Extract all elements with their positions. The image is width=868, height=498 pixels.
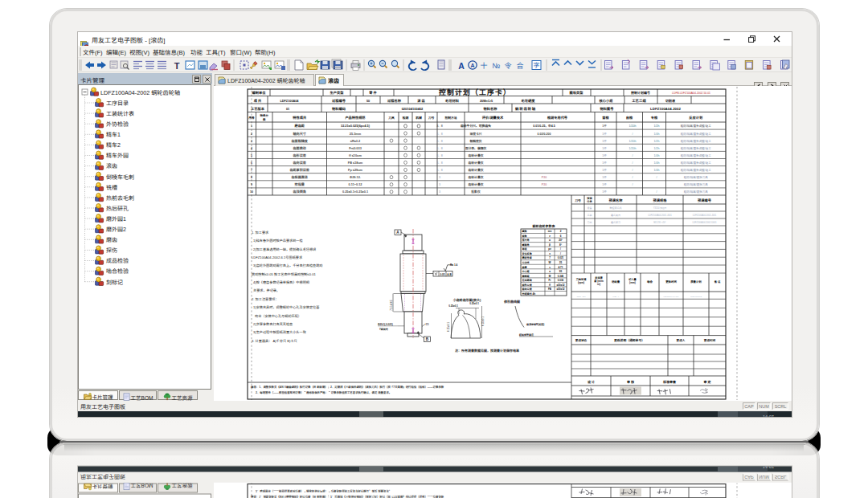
svg-text:啮合: 啮合: [647, 280, 653, 284]
svg-text:/: /: [560, 247, 561, 251]
svg-text:7级抛光: 7级抛光: [379, 328, 388, 331]
svg-text:2)加工基准选用统一轴，提前确认毛坯标识: 2)加工基准选用统一轴，提前确认毛坯标识: [253, 247, 316, 251]
svg-text:6: 6: [560, 234, 562, 238]
svg-text:粗防/隔离/重新调整/返工: 粗防/隔离/重新调整/返工: [681, 161, 711, 165]
svg-text:齿轮计量仪: 齿轮计量仪: [469, 168, 484, 172]
svg-text:精车2: 精车2: [106, 141, 121, 149]
svg-text:1件: 1件: [602, 182, 607, 186]
svg-text:≤Ra3.2: ≤Ra3.2: [350, 139, 360, 143]
svg-text:控制计划编号: 控制计划编号: [631, 90, 650, 95]
svg-text:Φ29.1(-0.021): Φ29.1(-0.021): [378, 323, 393, 326]
svg-text:4: 4: [251, 146, 252, 150]
svg-text:齿轮计量仪: 齿轮计量仪: [469, 153, 484, 157]
svg-text:热前去毛刺: 热前去毛刺: [106, 194, 134, 202]
svg-text:LDFZ100A04-2002-J001: LDFZ100A04-2002-J001: [648, 214, 672, 217]
svg-text:x: x: [549, 251, 551, 255]
svg-text:特性项目: 特性项目: [293, 115, 306, 120]
svg-text:毛坯材料: 毛坯材料: [445, 98, 460, 103]
svg-text:2)步骤参数表打表天天检查: 2)步骤参数表打表天天检查: [253, 321, 293, 326]
svg-text:检测专用代号: 检测专用代号: [547, 115, 567, 120]
svg-text:工装: 工装: [587, 214, 592, 217]
svg-text:预调规格: 预调规格: [653, 198, 668, 202]
svg-text:物料图号: 物料图号: [600, 106, 614, 111]
svg-text:1/20h: 1/20h: [629, 146, 637, 150]
svg-text:3、8: 3、8: [436, 139, 443, 143]
svg-text:3、8: 3、8: [436, 124, 443, 128]
svg-text:FB: FB: [548, 287, 552, 291]
svg-text:3、8: 3、8: [436, 168, 443, 172]
svg-text:±30±12: ±30±12: [556, 283, 564, 287]
svg-text:刻标记: 刻标记: [106, 278, 123, 286]
svg-text:LDFZ100A04-2002-J001: LDFZ100A04-2002-J001: [693, 214, 717, 217]
svg-text:注：所有测量数据见图，按测量计划保存结果: 注：所有测量数据见图，按测量计划保存结果: [455, 348, 519, 353]
svg-text:1/20h: 1/20h: [629, 124, 637, 128]
svg-text:起始修形直径: 起始修形直径: [518, 333, 534, 337]
svg-text:设备: 设备: [587, 206, 592, 210]
svg-text:审 核: 审 核: [627, 379, 634, 384]
svg-text:分类: 分类: [587, 199, 592, 203]
svg-text:3)生产过程中按图纸测量大小头一致: 3)生产过程中按图纸测量大小头一致: [253, 329, 306, 334]
svg-text:字: 字: [534, 60, 540, 69]
svg-text:预调名称: 预调名称: [609, 198, 624, 202]
svg-text:中心距: 中心距: [522, 269, 530, 273]
svg-text:检测: 检测: [403, 116, 409, 120]
svg-text:齿顶修缘R(返回): 齿顶修缘R(返回): [526, 323, 544, 326]
svg-text:齿距累积误差: 齿距累积误差: [289, 167, 309, 172]
svg-text:修形曲线图: 修形曲线图: [503, 299, 520, 304]
svg-text:过程编号: 过程编号: [332, 98, 346, 103]
svg-text:Φ29.12.: Φ29.12.: [350, 175, 361, 179]
svg-text:1件: 1件: [602, 139, 607, 143]
svg-text:工装统计表: 工装统计表: [106, 109, 134, 117]
svg-text:1: 1: [251, 124, 252, 128]
svg-text:更改人: 更改人: [677, 338, 686, 342]
svg-text:光坯探伤 4h: 光坯探伤 4h: [522, 292, 536, 296]
svg-text:LDFZ100A04-2002 蜗轮齿轮轴: LDFZ100A04-2002 蜗轮齿轮轴: [100, 88, 180, 96]
svg-text:啮合检验: 啮合检验: [106, 267, 129, 275]
svg-text:物料名称: 物料名称: [483, 106, 498, 111]
svg-text:6: 6: [251, 161, 252, 165]
svg-text:7: 7: [251, 168, 252, 172]
svg-text:LDFZ100A04-2002-6.1号图纸要求: LDFZ100A04-2002-6.1号图纸要求: [252, 255, 302, 259]
svg-text:2. 加工注意事项：: 2. 加工注意事项：: [252, 296, 279, 301]
svg-text:1件: 1件: [602, 161, 607, 165]
svg-text:pz: pz: [548, 247, 551, 251]
svg-text:1件: 1件: [602, 175, 607, 179]
svg-text:工序目录: 工序目录: [106, 99, 129, 107]
svg-text:20MnCr5: 20MnCr5: [480, 99, 493, 103]
svg-text:倒棱车毛刺: 倒棱车毛刺: [106, 173, 134, 181]
svg-text:0.02/0-200: 0.02/0-200: [537, 132, 551, 136]
svg-text:2: 2: [251, 132, 252, 136]
svg-text:1)精车各外圆时按产品要求统一检: 1)精车各外圆时按产品要求统一检: [253, 238, 303, 243]
svg-text:3: 3: [251, 139, 252, 143]
svg-text:8°: 8°: [559, 243, 563, 247]
svg-text:s: s: [549, 265, 551, 269]
svg-text:铣槽: 铣槽: [106, 183, 117, 191]
svg-text:更换时间: 更换时间: [665, 280, 677, 284]
svg-text:专检: 专检: [651, 115, 658, 120]
svg-text:/: /: [633, 161, 633, 165]
svg-text:类: 类: [262, 117, 266, 121]
svg-text:1件: 1件: [602, 124, 607, 128]
svg-text:齿面跳动: 齿面跳动: [293, 145, 306, 150]
svg-text:T: T: [174, 59, 180, 71]
svg-text:粗防/隔离/重新调整/返工: 粗防/隔离/重新调整/返工: [681, 139, 711, 143]
svg-text:模数: 模数: [522, 229, 528, 233]
svg-text:/: /: [633, 153, 633, 157]
svg-text:投影仪: 投影仪: [471, 190, 481, 194]
svg-text:探伤: 探伤: [106, 246, 117, 254]
svg-text:磨齿夹具: 磨齿夹具: [611, 214, 620, 217]
svg-text:控制计划（工序卡）: 控制计划（工序卡）: [439, 87, 511, 97]
svg-text:7.25~4: 7.25~4: [612, 295, 619, 298]
svg-text:工艺版本: 工艺版本: [251, 106, 265, 111]
svg-text:标准审查: 标准审查: [662, 379, 677, 384]
svg-text:1885 180902: 1885 180902: [690, 295, 702, 298]
svg-text:齿面粗糙度: 齿面粗糙度: [291, 138, 308, 143]
svg-text:β: β: [549, 243, 551, 247]
svg-text:齿轮计量仪: 齿轮计量仪: [469, 182, 484, 186]
svg-text:35: 35: [559, 260, 563, 264]
svg-text:公法线: 公法线: [522, 260, 530, 264]
svg-text:轴向尺寸: 轴向尺寸: [293, 131, 306, 136]
svg-text:LDFZ100A04-2002-D001: LDFZ100A04-2002-D001: [692, 221, 717, 224]
svg-text:9: 9: [251, 182, 252, 186]
svg-text:/: /: [633, 132, 633, 136]
